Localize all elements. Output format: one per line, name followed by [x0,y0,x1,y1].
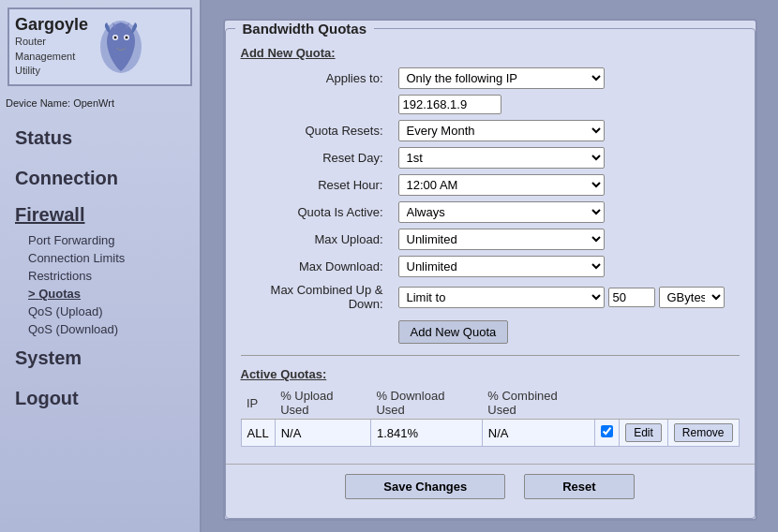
sidebar-item-firewall[interactable]: Firewall [0,199,200,231]
col-download: % Download Used [370,387,482,420]
add-quota-section-label: Add New Quota: [241,46,740,60]
logo-area: Gargoyle RouterManagementUtility [7,7,192,86]
applies-to-label: Applies to: [241,71,391,85]
reset-day-select[interactable]: 1st [398,147,605,169]
reset-hour-label: Reset Hour: [241,178,391,192]
row-download: 1.841% [370,420,482,447]
max-download-select[interactable]: Unlimited [398,256,605,277]
col-combined: % Combined Used [482,387,594,420]
col-edit [620,387,668,420]
quota-active-select[interactable]: Always [398,201,605,223]
sidebar-item-quotas[interactable]: > Quotas [28,285,200,303]
ip-row [241,95,740,114]
bandwidth-quotas-panel: Bandwidth Quotas Add New Quota: Applies … [223,19,757,521]
panel-fieldset: Bandwidth Quotas Add New Quota: Applies … [225,21,756,519]
max-download-row: Max Download: Unlimited [241,256,740,277]
max-download-label: Max Download: [241,259,391,273]
reset-day-row: Reset Day: 1st [241,147,740,169]
active-quotas-label: Active Quotas: [241,367,740,381]
edit-button[interactable]: Edit [625,423,662,442]
save-changes-button[interactable]: Save Changes [345,474,505,499]
col-ip: IP [241,387,275,420]
app-title: Gargoyle [15,15,88,35]
max-combined-unit-select[interactable]: GBytes [659,287,725,308]
remove-button[interactable]: Remove [674,423,733,442]
row-combined: N/A [482,420,594,447]
sidebar: Gargoyle RouterManagementUtility Device … [0,0,202,532]
col-remove [667,387,739,420]
quota-resets-row: Quota Resets: Every Month [241,120,740,141]
footer-buttons: Save Changes Reset [226,464,755,509]
divider [241,355,740,356]
main-content: Bandwidth Quotas Add New Quota: Applies … [202,0,778,532]
max-upload-label: Max Upload: [241,232,391,246]
max-combined-label: Max Combined Up & Down: [241,283,391,311]
reset-button[interactable]: Reset [524,474,634,499]
app-subtitle: RouterManagementUtility [15,35,88,78]
sidebar-item-restrictions[interactable]: Restrictions [28,267,200,285]
col-check [595,387,620,420]
sidebar-item-status[interactable]: Status [0,118,200,158]
active-quotas-table: IP % Upload Used % Download Used % Combi… [241,387,740,447]
svg-point-3 [114,37,117,39]
panel-body: Add New Quota: Applies to: Only the foll… [226,37,755,456]
max-combined-controls: Limit to GBytes [398,287,725,308]
add-quota-btn-row: Add New Quota [241,317,740,344]
sidebar-item-qos-download[interactable]: QoS (Download) [28,320,200,338]
dragon-logo [96,15,147,79]
max-upload-row: Max Upload: Unlimited [241,229,740,250]
sidebar-item-qos-upload[interactable]: QoS (Upload) [28,303,200,320]
sidebar-item-port-forwarding[interactable]: Port Forwarding [28,231,200,249]
row-upload: N/A [275,420,370,447]
row-checkbox[interactable] [601,425,613,437]
quota-resets-select[interactable]: Every Month [398,120,605,141]
max-combined-select[interactable]: Limit to [398,287,605,308]
col-upload: % Upload Used [275,387,370,420]
row-edit-cell: Edit [620,420,668,447]
device-name: Device Name: OpenWrt [0,94,200,112]
ip-input[interactable] [398,95,501,114]
reset-hour-row: Reset Hour: 12:00 AM [241,174,740,196]
applies-to-select[interactable]: Only the following IP [398,67,605,89]
applies-to-row: Applies to: Only the following IP [241,67,740,89]
panel-title: Bandwidth Quotas [235,21,375,37]
table-row: ALL N/A 1.841% N/A Edit Remove [241,420,739,447]
firewall-submenu: Port Forwarding Connection Limits Restri… [0,231,200,338]
reset-day-label: Reset Day: [241,151,391,165]
quota-active-label: Quota Is Active: [241,205,391,219]
quota-resets-label: Quota Resets: [241,124,391,138]
svg-point-4 [126,37,128,39]
sidebar-item-logout[interactable]: Logout [0,378,200,419]
sidebar-item-system[interactable]: System [0,338,200,378]
row-ip: ALL [241,420,275,447]
sidebar-item-connection[interactable]: Connection [0,158,200,199]
table-header-row: IP % Upload Used % Download Used % Combi… [241,387,739,420]
logo-text-block: Gargoyle RouterManagementUtility [15,15,88,78]
quota-active-row: Quota Is Active: Always [241,201,740,223]
nav-section: Status Connection Firewall Port Forwardi… [0,112,200,532]
max-combined-row: Max Combined Up & Down: Limit to GBytes [241,283,740,311]
reset-hour-select[interactable]: 12:00 AM [398,174,605,196]
add-quota-button[interactable]: Add New Quota [398,320,509,344]
max-upload-select[interactable]: Unlimited [398,229,605,250]
row-remove-cell: Remove [667,420,739,447]
sidebar-item-connection-limits[interactable]: Connection Limits [28,249,200,267]
row-checkbox-cell [595,420,620,447]
max-combined-amount[interactable] [608,288,655,307]
